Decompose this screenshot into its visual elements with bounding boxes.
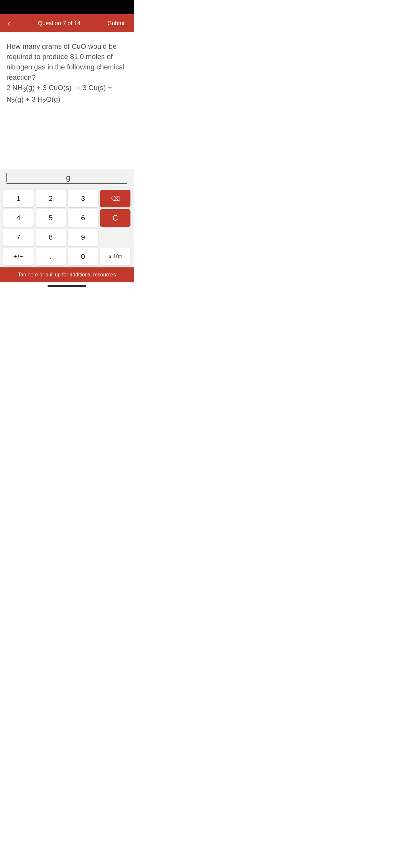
answer-area: g	[0, 168, 134, 187]
header: ‹ Question 7 of 14 Submit	[0, 14, 134, 32]
x10-button[interactable]: x 10 □	[100, 248, 130, 266]
keyboard-row-3: 7 8 9	[3, 228, 130, 246]
keyboard-row-4: +/− . 0 x 10 □	[3, 248, 130, 266]
key-plusminus[interactable]: +/−	[3, 248, 34, 266]
keyboard: 1 2 3 ⌫ 4 5 6 C 7 8 9 +/− . 0 x 10 □	[0, 187, 134, 268]
key-5[interactable]: 5	[35, 209, 66, 227]
back-button[interactable]: ‹	[5, 17, 13, 30]
home-indicator	[0, 282, 134, 289]
key-9[interactable]: 9	[68, 228, 98, 246]
key-8[interactable]: 8	[35, 228, 66, 246]
header-title: Question 7 of 14	[13, 20, 105, 27]
text-cursor	[6, 173, 7, 182]
question-area: How many grams of CuO would be required …	[0, 32, 134, 168]
keyboard-row-1: 1 2 3 ⌫	[3, 190, 130, 207]
answer-unit: g	[9, 173, 127, 182]
submit-button[interactable]: Submit	[105, 19, 128, 28]
key-empty	[100, 228, 130, 246]
clear-button[interactable]: C	[100, 209, 130, 227]
question-text: How many grams of CuO would be required …	[6, 41, 127, 105]
key-7[interactable]: 7	[3, 228, 34, 246]
key-1[interactable]: 1	[3, 190, 34, 207]
backspace-button[interactable]: ⌫	[100, 190, 130, 207]
key-decimal[interactable]: .	[35, 248, 66, 266]
keyboard-row-2: 4 5 6 C	[3, 209, 130, 227]
answer-input-row[interactable]: g	[6, 173, 127, 184]
key-4[interactable]: 4	[3, 209, 34, 227]
key-3[interactable]: 3	[68, 190, 98, 207]
home-bar	[48, 285, 86, 287]
status-bar	[0, 0, 134, 14]
key-6[interactable]: 6	[68, 209, 98, 227]
key-2[interactable]: 2	[35, 190, 66, 207]
key-0[interactable]: 0	[68, 248, 98, 266]
resources-bar[interactable]: Tap here or pull up for additional resou…	[0, 268, 134, 282]
